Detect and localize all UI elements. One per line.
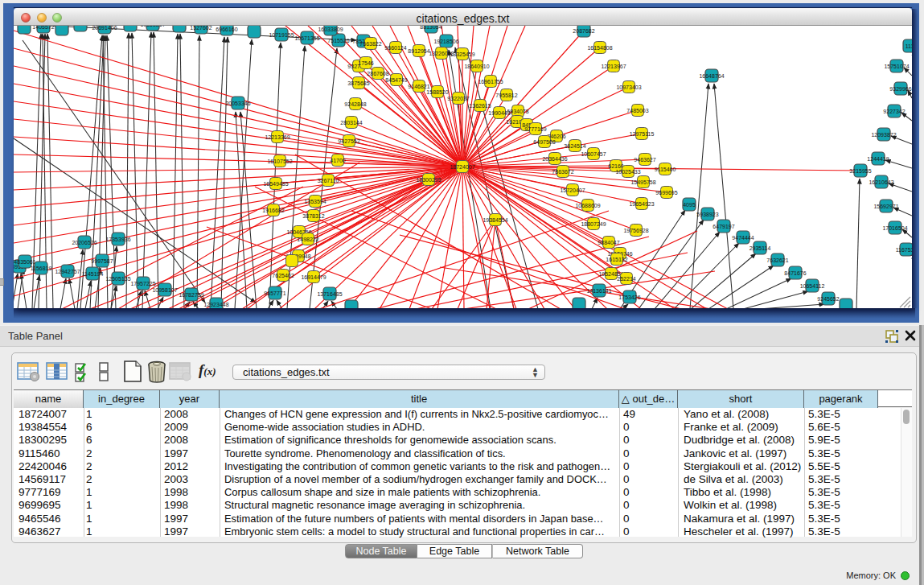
svg-text:10973403: 10973403: [616, 84, 641, 90]
svg-text:17016504: 17016504: [882, 225, 907, 231]
svg-text:20206576: 20206576: [72, 240, 97, 245]
svg-text:3875685: 3875685: [347, 80, 369, 86]
svg-text:10958107: 10958107: [152, 287, 177, 293]
svg-text:16154808: 16154808: [587, 45, 612, 51]
svg-text:6934078: 6934078: [507, 109, 528, 114]
svg-text:9997587: 9997587: [91, 258, 113, 264]
svg-text:9115460: 9115460: [655, 167, 676, 172]
svg-text:1498222: 1498222: [297, 237, 318, 242]
svg-text:7632621: 7632621: [766, 257, 788, 263]
svg-text:7663822: 7663822: [359, 41, 381, 47]
svg-text:9329966: 9329966: [889, 86, 911, 92]
svg-text:1362615: 1362615: [469, 103, 491, 109]
svg-text:15692971: 15692971: [873, 204, 898, 209]
svg-text:14136141: 14136141: [586, 288, 611, 294]
svg-text:16914479: 16914479: [301, 274, 326, 280]
svg-text:8912954: 8912954: [408, 48, 429, 54]
svg-text:12975115: 12975115: [630, 131, 655, 137]
svg-text:1916682: 1916682: [262, 208, 284, 213]
svg-text:10654112: 10654112: [800, 283, 825, 289]
svg-text:9322037: 9322037: [447, 96, 469, 101]
svg-text:1167533: 1167533: [896, 247, 912, 253]
svg-text:1527602: 1527602: [190, 26, 211, 31]
svg-text:6479197: 6479197: [713, 224, 734, 229]
svg-text:1588520: 1588520: [426, 89, 448, 95]
svg-text:9427552: 9427552: [338, 138, 359, 144]
svg-text:16107552: 16107552: [267, 159, 292, 164]
svg-text:9474444: 9474444: [732, 235, 754, 241]
svg-text:16549485: 16549485: [263, 181, 288, 187]
svg-text:1156819: 1156819: [31, 266, 52, 271]
svg-text:9660124: 9660124: [384, 45, 406, 51]
svg-text:15495758: 15495758: [630, 179, 655, 185]
svg-text:62160: 62160: [608, 163, 624, 169]
svg-text:7863672: 7863672: [552, 169, 573, 175]
svg-text:15720407: 15720407: [560, 187, 585, 193]
svg-text:1405572: 1405572: [32, 26, 54, 30]
svg-text:12923448: 12923448: [203, 302, 228, 307]
svg-text:12505135: 12505135: [105, 276, 130, 282]
svg-text:9463627: 9463627: [634, 157, 655, 163]
svg-text:20364436: 20364436: [542, 156, 567, 162]
svg-text:2935114: 2935114: [749, 245, 771, 251]
svg-text:9245652: 9245652: [817, 296, 839, 302]
svg-text:10671355: 10671355: [294, 35, 319, 41]
svg-text:15751074: 15751074: [884, 64, 909, 69]
svg-text:12213369: 12213369: [265, 134, 290, 140]
svg-text:10688609: 10688609: [575, 203, 600, 208]
svg-text:9884047: 9884047: [598, 240, 619, 245]
svg-text:16782759: 16782759: [179, 292, 203, 298]
svg-text:2803144: 2803144: [340, 120, 362, 126]
svg-text:10025433: 10025433: [615, 169, 640, 175]
svg-text:10607457: 10607457: [581, 151, 606, 157]
svg-text:1353594: 1353594: [304, 199, 326, 204]
svg-text:6966160: 6966160: [216, 27, 237, 32]
svg-text:16648764: 16648764: [699, 73, 724, 79]
svg-text:12093872: 12093872: [871, 132, 896, 138]
svg-text:8813054: 8813054: [420, 26, 441, 30]
svg-text:18640910: 18640910: [464, 64, 489, 69]
svg-text:7955812: 7955812: [495, 93, 517, 98]
svg-text:1244419: 1244419: [867, 156, 889, 162]
svg-text:4095: 4095: [683, 202, 696, 208]
svg-text:6497508: 6497508: [533, 139, 555, 145]
svg-text:9146821: 9146821: [408, 84, 429, 89]
svg-text:111: 111: [906, 43, 912, 49]
svg-text:41700: 41700: [330, 158, 346, 163]
svg-text:9699695: 9699695: [655, 190, 677, 196]
svg-text:3215955: 3215955: [849, 168, 871, 174]
svg-text:7485003: 7485003: [626, 108, 648, 113]
svg-text:10853267: 10853267: [140, 26, 165, 27]
svg-text:16210643: 16210643: [869, 179, 893, 185]
svg-text:12213967: 12213967: [601, 64, 626, 69]
svg-text:8454749: 8454749: [385, 77, 407, 83]
svg-text:1615132: 1615132: [606, 257, 627, 262]
svg-text:20691406: 20691406: [92, 26, 117, 31]
svg-text:16033809: 16033809: [318, 27, 343, 32]
svg-text:3878312: 3878312: [302, 213, 324, 219]
svg-text:1753426: 1753426: [618, 295, 640, 300]
svg-text:2867608: 2867608: [367, 71, 388, 76]
svg-text:13716485: 13716485: [317, 291, 342, 297]
svg-text:2087682: 2087682: [573, 28, 594, 34]
svg-text:17353936: 17353936: [105, 237, 130, 242]
svg-text:8471676: 8471676: [784, 270, 806, 276]
svg-text:7515526: 7515526: [327, 38, 349, 43]
svg-text:1145194: 1145194: [82, 271, 104, 277]
svg-text:252214: 252214: [617, 276, 635, 282]
svg-text:13325419: 13325419: [450, 51, 474, 57]
svg-text:9242848: 9242848: [344, 101, 366, 107]
svg-text:9657771: 9657771: [264, 290, 285, 296]
svg-text:19654923: 19654923: [629, 201, 654, 207]
svg-text:7625402: 7625402: [272, 273, 294, 278]
svg-text:20053346: 20053346: [225, 101, 250, 106]
svg-text:17957225: 17957225: [130, 281, 155, 286]
svg-text:19218506: 19218506: [433, 39, 458, 44]
svg-text:12942757: 12942757: [55, 269, 80, 274]
svg-text:10719155: 10719155: [269, 32, 294, 38]
svg-text:18300295: 18300295: [416, 177, 441, 183]
svg-text:3267110: 3267110: [318, 178, 339, 183]
svg-text:19756928: 19756928: [623, 228, 648, 233]
svg-text:9777169: 9777169: [524, 126, 546, 132]
svg-text:18724007: 18724007: [450, 164, 474, 170]
